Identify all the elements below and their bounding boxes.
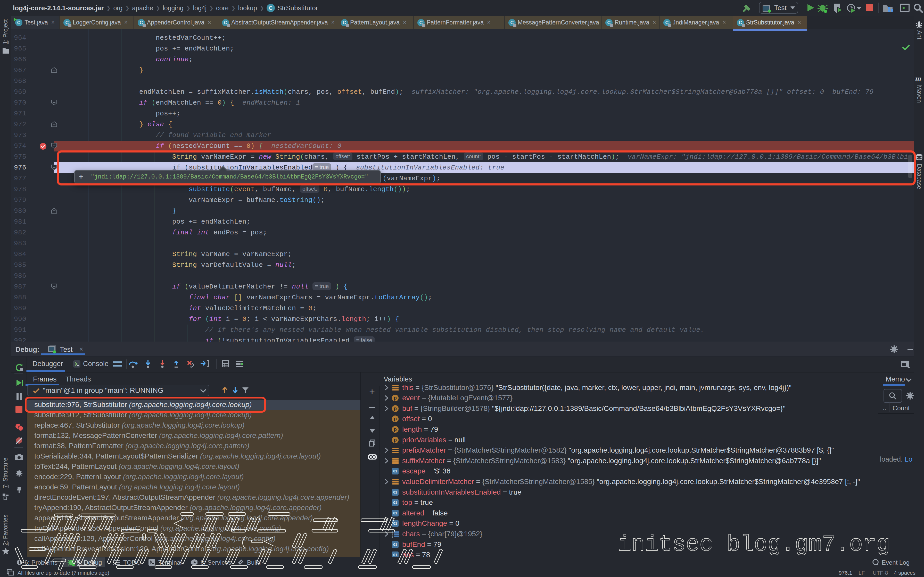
svg-text:Test: Test <box>774 4 787 11</box>
